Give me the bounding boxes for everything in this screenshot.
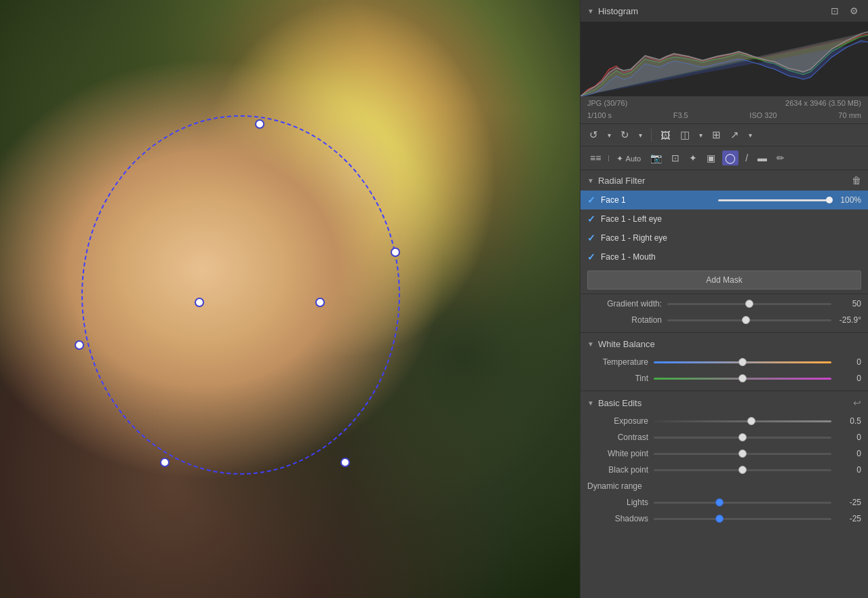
gradient-width-thumb[interactable] bbox=[745, 300, 753, 308]
auto-btn[interactable]: ✦ Auto bbox=[614, 151, 644, 165]
mask-item-left-eye[interactable]: ✓ Face 1 - Left eye bbox=[580, 210, 868, 228]
crop-btn[interactable]: ⊡ bbox=[669, 151, 682, 165]
contrast-row: Contrast 0 bbox=[580, 429, 868, 445]
mask-slider-fill-face1 bbox=[718, 199, 830, 201]
filter-square-btn[interactable]: ▣ bbox=[704, 151, 718, 165]
black-point-label: Black point bbox=[587, 465, 648, 475]
histogram-title-row: ▼ Histogram bbox=[587, 6, 638, 16]
tint-thumb[interactable] bbox=[738, 374, 747, 382]
shadows-row: Shadows -25 bbox=[580, 511, 868, 527]
rotation-thumb[interactable] bbox=[742, 316, 750, 324]
white-balance-header[interactable]: ▼ White Balance bbox=[580, 334, 868, 354]
histogram-title: Histogram bbox=[598, 6, 638, 16]
histogram-header: ▼ Histogram ⊡ ⚙ bbox=[580, 0, 868, 22]
lights-track[interactable] bbox=[654, 502, 831, 504]
temperature-track[interactable] bbox=[654, 361, 831, 363]
brush-btn[interactable]: / bbox=[743, 151, 751, 165]
mask-check-face1: ✓ bbox=[587, 195, 595, 205]
lights-thumb[interactable] bbox=[715, 498, 724, 506]
basic-edits-content: Exposure 0.5 Contrast 0 White point bbox=[580, 413, 868, 530]
histogram-chart bbox=[580, 22, 868, 96]
contrast-thumb[interactable] bbox=[738, 433, 747, 441]
grid-btn[interactable]: ⊞ bbox=[710, 127, 723, 142]
dynamic-range-label: Dynamic range bbox=[587, 481, 642, 491]
basic-edits-header-left: ▼ Basic Edits bbox=[587, 398, 642, 408]
white-balance-content: Temperature 0 Tint 0 bbox=[580, 354, 868, 389]
toolbar-row: ↺ ▾ ↻ ▾ 🖼 ◫ ▾ ⊞ ↗ ▾ bbox=[580, 124, 868, 146]
histogram-section: ▼ Histogram ⊡ ⚙ JPG (30 bbox=[580, 0, 868, 124]
basic-edits-reset-btn[interactable]: ↩ bbox=[853, 397, 861, 408]
exposure-row: Exposure 0.5 bbox=[580, 413, 868, 429]
shadows-value: -25 bbox=[837, 514, 861, 523]
radial-filter-section-header[interactable]: ▼ Radial Filter 🗑 bbox=[580, 170, 868, 191]
exposure-thumb[interactable] bbox=[747, 417, 755, 425]
export-dropdown-btn[interactable]: ▾ bbox=[747, 130, 754, 140]
temperature-label: Temperature bbox=[587, 357, 648, 367]
compare-btn[interactable]: ◫ bbox=[678, 127, 692, 142]
redo-dropdown-btn[interactable]: ▾ bbox=[637, 130, 644, 140]
compare-btn2[interactable]: ▾ bbox=[697, 130, 705, 140]
temperature-row: Temperature 0 bbox=[580, 354, 868, 370]
white-point-track[interactable] bbox=[654, 453, 831, 455]
gradient-width-track[interactable] bbox=[667, 303, 831, 305]
tint-value: 0 bbox=[837, 374, 861, 383]
exposure-track[interactable] bbox=[654, 420, 831, 422]
shadows-thumb[interactable] bbox=[715, 515, 724, 523]
tint-row: Tint 0 bbox=[580, 370, 868, 386]
black-point-track[interactable] bbox=[654, 469, 831, 471]
mask-item-mouth[interactable]: ✓ Face 1 - Mouth bbox=[580, 247, 868, 266]
shadows-track[interactable] bbox=[654, 518, 831, 520]
contrast-track[interactable] bbox=[654, 437, 831, 439]
camera-btn[interactable]: 📷 bbox=[648, 151, 665, 165]
radial-filter-btn[interactable]: ◯ bbox=[722, 151, 738, 165]
radial-filter-collapse: ▼ bbox=[587, 177, 594, 184]
auto-label: Auto bbox=[626, 155, 642, 163]
undo-btn[interactable]: ↺ bbox=[587, 127, 600, 142]
erase-btn[interactable]: ✏ bbox=[774, 151, 787, 165]
exposure-label: Exposure bbox=[587, 416, 648, 426]
photo-view-btn[interactable]: 🖼 bbox=[658, 128, 673, 142]
temperature-thumb[interactable] bbox=[738, 358, 747, 366]
black-point-thumb[interactable] bbox=[738, 466, 747, 474]
radial-filter-controls: Gradient width: 50 Rotation -25.9° bbox=[580, 296, 868, 331]
mask-item-right-eye[interactable]: ✓ Face 1 - Right eye bbox=[580, 228, 868, 247]
redo-btn[interactable]: ↻ bbox=[618, 127, 631, 142]
shutter-speed: 1/100 s bbox=[587, 111, 612, 119]
histogram-view-btn[interactable]: ⊡ bbox=[828, 4, 842, 18]
focal-length: 70 mm bbox=[838, 111, 861, 119]
radial-filter-header-left: ▼ Radial Filter bbox=[587, 176, 645, 186]
mask-check-right-eye: ✓ bbox=[587, 233, 595, 243]
file-type: JPG (30/76) bbox=[587, 99, 627, 107]
lights-row: Lights -25 bbox=[580, 494, 868, 511]
undo-dropdown-btn[interactable]: ▾ bbox=[606, 130, 613, 140]
mask-pct-face1: 100% bbox=[840, 195, 861, 205]
histogram-collapse-arrow[interactable]: ▼ bbox=[587, 7, 594, 15]
white-point-thumb[interactable] bbox=[738, 450, 747, 458]
white-point-label: White point bbox=[587, 449, 648, 458]
file-dimensions: 2634 x 3946 (3.50 MB) bbox=[785, 99, 861, 107]
mask-slider-face1[interactable] bbox=[718, 199, 830, 201]
mask-item-face1[interactable]: ✓ Face 1 100% bbox=[580, 191, 868, 210]
mask-label-face1: Face 1 bbox=[601, 195, 713, 205]
mask-tool-btn[interactable]: ≡≡ bbox=[587, 151, 604, 165]
mask-check-left-eye: ✓ bbox=[587, 214, 595, 224]
radial-filter-title: Radial Filter bbox=[598, 176, 645, 186]
basic-edits-header[interactable]: ▼ Basic Edits ↩ bbox=[580, 393, 868, 413]
tint-track[interactable] bbox=[654, 378, 831, 380]
mask-slider-thumb-face1[interactable] bbox=[826, 197, 833, 203]
white-point-row: White point 0 bbox=[580, 445, 868, 462]
export-btn[interactable]: ↗ bbox=[728, 127, 741, 142]
rotation-track[interactable] bbox=[667, 319, 831, 321]
mask-label-mouth: Face 1 - Mouth bbox=[601, 252, 861, 262]
histogram-settings-btn[interactable]: ⚙ bbox=[847, 4, 861, 18]
gradient-btn[interactable]: ▬ bbox=[755, 151, 770, 165]
exposure-value: 0.5 bbox=[837, 416, 861, 426]
black-point-row: Black point 0 bbox=[580, 462, 868, 478]
delete-filter-btn[interactable]: 🗑 bbox=[852, 175, 861, 186]
add-mask-btn[interactable]: Add Mask bbox=[587, 271, 861, 290]
panel-content[interactable]: ▼ Radial Filter 🗑 ✓ Face 1 100% ✓ Face 1… bbox=[580, 170, 868, 598]
healing-btn[interactable]: ✦ bbox=[686, 151, 700, 165]
basic-edits-collapse: ▼ bbox=[587, 399, 594, 407]
shadows-label: Shadows bbox=[587, 514, 648, 523]
right-panel: ▼ Histogram ⊡ ⚙ JPG (30 bbox=[580, 0, 868, 598]
